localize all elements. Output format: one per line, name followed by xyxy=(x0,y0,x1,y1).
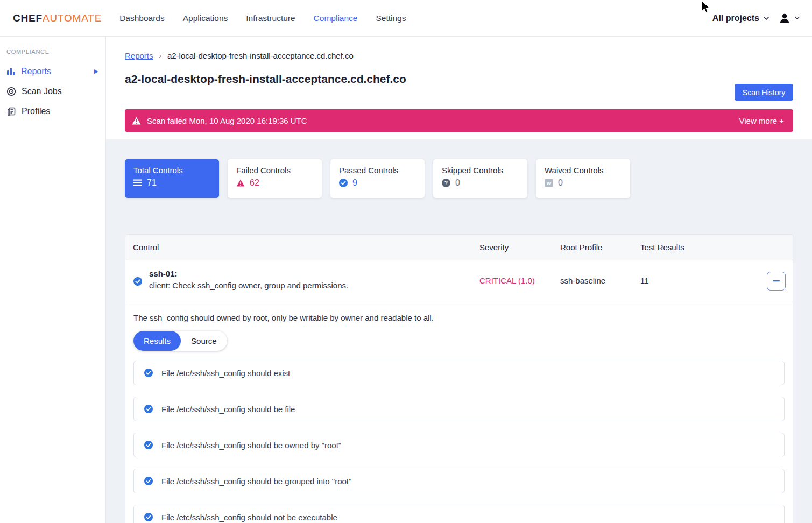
projects-filter-button[interactable]: All projects xyxy=(712,13,769,23)
skipped-controls-card[interactable]: Skipped Controls ? 0 xyxy=(433,159,527,198)
view-more-link[interactable]: View more + xyxy=(739,116,784,125)
card-value: 71 xyxy=(147,178,157,188)
passed-controls-card[interactable]: Passed Controls 9 xyxy=(330,159,425,198)
sidebar-section-label: COMPLIANCE xyxy=(6,48,105,55)
card-label: Total Controls xyxy=(133,166,219,175)
column-header-control: Control xyxy=(133,243,159,252)
result-row: File /etc/ssh/ssh_config should be group… xyxy=(133,469,785,493)
collapse-row-button[interactable] xyxy=(767,272,786,291)
expand-arrow-icon[interactable]: ▶ xyxy=(94,68,98,75)
scan-jobs-icon xyxy=(6,87,16,96)
compliance-sidebar: COMPLIANCE Reports ▶ Scan Jobs Profiles xyxy=(0,37,106,523)
breadcrumb-separator: › xyxy=(159,52,161,60)
sidebar-item-scan-jobs[interactable]: Scan Jobs xyxy=(0,81,105,101)
result-row: File /etc/ssh/ssh_config should be file xyxy=(133,397,785,421)
main-content: Reports › a2-local-desktop-fresh-install… xyxy=(106,37,812,523)
breadcrumb: Reports › a2-local-desktop-fresh-install… xyxy=(125,51,354,60)
column-header-root-profile: Root Profile xyxy=(560,243,602,252)
nav-applications[interactable]: Applications xyxy=(174,0,237,37)
column-header-test-results: Test Results xyxy=(640,243,684,252)
page-title: a2-local-desktop-fresh-install-acceptanc… xyxy=(125,73,406,86)
severity-value: CRITICAL (1.0) xyxy=(479,276,535,285)
nav-dashboards[interactable]: Dashboards xyxy=(110,0,174,37)
control-row-ssh-01[interactable]: ssh-01: client: Check ssh_config owner, … xyxy=(125,260,793,302)
summary-cards: Total Controls 71 Failed Controls 62 Pas… xyxy=(125,159,630,198)
waived-controls-card[interactable]: Waived Controls w 0 xyxy=(536,159,630,198)
result-text: File /etc/ssh/ssh_config should be file xyxy=(161,405,295,414)
check-circle-icon xyxy=(144,477,153,485)
waived-badge-icon: w xyxy=(545,179,553,187)
result-row: File /etc/ssh/ssh_config should not be e… xyxy=(133,505,785,523)
check-circle-icon xyxy=(144,513,153,521)
chevron-down-icon xyxy=(794,16,800,20)
tab-results[interactable]: Results xyxy=(133,331,181,351)
card-value: 0 xyxy=(558,178,563,188)
result-text: File /etc/ssh/ssh_config should be group… xyxy=(161,477,351,486)
failed-controls-card[interactable]: Failed Controls 62 xyxy=(228,159,322,198)
bar-chart-icon xyxy=(6,67,16,76)
check-circle-icon xyxy=(133,277,142,286)
check-circle-icon xyxy=(144,441,153,449)
result-text: File /etc/ssh/ssh_config should be owned… xyxy=(161,441,341,450)
card-label: Waived Controls xyxy=(545,166,630,175)
projects-filter-label: All projects xyxy=(712,13,759,23)
sidebar-item-reports[interactable]: Reports ▶ xyxy=(0,61,105,81)
top-nav-bar: CHEFAUTOMATE Dashboards Applications Inf… xyxy=(0,0,812,37)
warning-triangle-icon xyxy=(132,117,141,125)
breadcrumb-reports-link[interactable]: Reports xyxy=(125,51,153,60)
card-label: Passed Controls xyxy=(339,166,425,175)
card-value: 0 xyxy=(455,178,460,188)
card-label: Skipped Controls xyxy=(442,166,527,175)
main-nav: Dashboards Applications Infrastructure C… xyxy=(110,0,415,37)
results-list: File /etc/ssh/ssh_config should exist Fi… xyxy=(133,361,785,523)
sidebar-item-profiles[interactable]: Profiles xyxy=(0,101,105,121)
logo-chef-text: CHEF xyxy=(13,12,43,24)
column-header-severity: Severity xyxy=(479,243,509,252)
total-controls-card[interactable]: Total Controls 71 xyxy=(125,159,219,198)
user-menu-button[interactable] xyxy=(778,12,800,25)
tab-source[interactable]: Source xyxy=(181,331,227,351)
check-circle-icon xyxy=(144,405,153,413)
nav-infrastructure[interactable]: Infrastructure xyxy=(237,0,304,37)
check-circle-icon xyxy=(144,369,153,377)
result-row: File /etc/ssh/ssh_config should be owned… xyxy=(133,433,785,457)
header-right: All projects xyxy=(712,12,812,25)
control-summary: The ssh_config should owned by root, onl… xyxy=(133,313,785,322)
content-panel: Total Controls 71 Failed Controls 62 Pas… xyxy=(106,139,812,523)
chef-automate-logo[interactable]: CHEFAUTOMATE xyxy=(13,12,102,24)
controls-table: Control Severity Root Profile Test Resul… xyxy=(125,234,793,523)
minus-icon xyxy=(773,280,780,282)
control-description: client: Check ssh_config owner, group an… xyxy=(149,281,348,290)
controls-table-header: Control Severity Root Profile Test Resul… xyxy=(125,235,793,260)
logo-automate-text: AUTOMATE xyxy=(43,12,102,24)
scan-history-button[interactable]: Scan History xyxy=(735,84,793,101)
check-circle-icon xyxy=(339,179,348,187)
chevron-down-icon xyxy=(763,16,769,20)
list-icon xyxy=(133,179,142,187)
nav-settings[interactable]: Settings xyxy=(366,0,415,37)
control-id: ssh-01: xyxy=(149,269,348,278)
control-text: ssh-01: client: Check ssh_config owner, … xyxy=(149,269,348,290)
question-circle-icon: ? xyxy=(442,179,450,187)
test-results-value: 11 xyxy=(640,276,649,285)
card-value: 9 xyxy=(352,178,357,188)
scan-failed-banner: Scan failed Mon, 10 Aug 2020 16:19:36 UT… xyxy=(125,109,793,132)
result-text: File /etc/ssh/ssh_config should not be e… xyxy=(161,513,337,522)
sidebar-item-label: Scan Jobs xyxy=(22,87,62,96)
svg-text:?: ? xyxy=(444,180,448,186)
sidebar-item-label: Reports xyxy=(21,67,51,76)
nav-compliance[interactable]: Compliance xyxy=(305,0,367,37)
card-value: 62 xyxy=(250,178,259,188)
profiles-icon xyxy=(6,107,16,116)
control-detail-panel: The ssh_config should owned by root, onl… xyxy=(125,302,793,523)
user-icon xyxy=(778,12,791,25)
breadcrumb-current: a2-local-desktop-fresh-install-acceptanc… xyxy=(167,51,354,60)
root-profile-value: ssh-baseline xyxy=(560,276,605,285)
card-label: Failed Controls xyxy=(236,166,322,175)
result-row: File /etc/ssh/ssh_config should exist xyxy=(133,361,785,385)
scan-failed-message: Scan failed Mon, 10 Aug 2020 16:19:36 UT… xyxy=(147,116,307,125)
warning-triangle-icon xyxy=(236,179,245,187)
detail-tabs: Results Source xyxy=(133,331,227,351)
result-text: File /etc/ssh/ssh_config should exist xyxy=(161,369,290,378)
sidebar-item-label: Profiles xyxy=(22,107,50,116)
